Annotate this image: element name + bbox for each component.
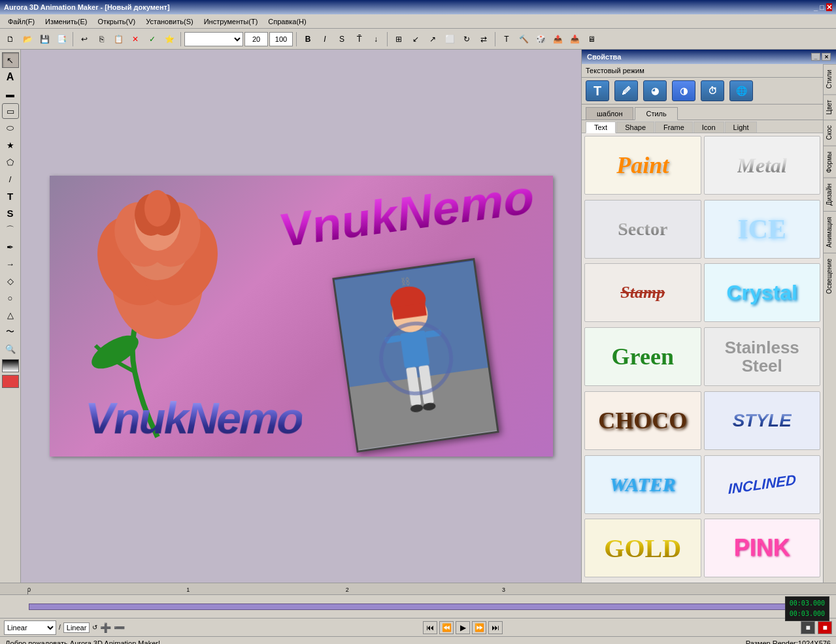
shape-tab[interactable]: Shape [616,121,654,133]
style-green[interactable]: Green [584,327,701,386]
style-style[interactable]: STYLE [704,391,821,450]
side-tab-design[interactable]: Дизайн [824,178,836,211]
maximize-btn[interactable]: □ [820,3,824,11]
style-crystal[interactable]: Crystal [704,263,821,322]
bold-btn[interactable]: B [300,31,316,47]
copy-btn[interactable]: ⎘ [93,31,109,47]
check-btn[interactable]: ✓ [144,31,160,47]
pen-tool[interactable]: ✒ [2,239,19,255]
box-btn[interactable]: ⬜ [442,31,458,47]
save-btn[interactable]: 💾 [37,31,52,47]
cube-btn[interactable]: 🎲 [533,31,548,47]
play-btn[interactable]: ▶ [456,621,470,634]
text-tab[interactable]: Text [586,121,616,133]
menu-tools[interactable]: Инструменты(T) [199,16,263,27]
paste-btn[interactable]: 📋 [110,31,126,47]
minimize-btn[interactable]: _ [814,3,818,11]
props-minimize-btn[interactable]: _ [811,53,820,61]
diamond-tool[interactable]: ◇ [2,273,19,289]
side-tab-lighting[interactable]: Освещение [824,253,836,299]
grid-btn[interactable]: ⊞ [391,31,407,47]
stop-btn[interactable]: ■ [818,621,832,634]
star-btn[interactable]: ⭐ [161,31,177,47]
rewind-btn[interactable]: ⏪ [439,621,454,634]
style-inclined[interactable]: INCLINED [704,455,821,514]
style-water[interactable]: WATER [584,455,701,514]
export2-btn[interactable]: 📤 [550,31,565,47]
wave-tool[interactable]: 〜 [2,324,19,340]
side-tab-shapes[interactable]: Формы [824,146,836,178]
side-tab-animation[interactable]: Анимация [824,211,836,253]
skip-forward-btn[interactable]: ⏭ [488,621,503,634]
mode-btn-4[interactable]: ◑ [672,80,695,101]
text-tool[interactable]: A [2,69,19,85]
canvas[interactable]: VnukNemo VnukNemo [50,176,553,457]
triangle-tool[interactable]: △ [2,307,19,323]
side-tab-color[interactable]: Цвет [824,94,836,120]
ellipse-tool[interactable]: ⬭ [2,120,19,136]
icon-tab[interactable]: Icon [694,121,724,133]
monitor-btn[interactable]: 🖥 [584,31,599,47]
style-stamp[interactable]: Stamp [584,263,701,322]
delete-btn[interactable]: ✕ [127,31,143,47]
color-gradient[interactable] [2,359,19,372]
color-swatch[interactable] [2,375,19,388]
circle-tool[interactable]: ○ [2,290,19,306]
record-btn[interactable]: ■ [801,621,815,634]
strike-btn[interactable]: S [334,31,350,47]
t-btn[interactable]: T [499,31,514,47]
close-btn[interactable]: ✕ [826,3,832,11]
arrow-tool[interactable]: → [2,256,19,272]
overline-btn[interactable]: T̄ [351,31,367,47]
save-as-btn[interactable]: 📑 [54,31,69,47]
interp-dropdown[interactable]: LinearEase InEase Out [4,620,56,635]
mode-btn-5[interactable]: ⏱ [701,80,724,101]
refresh-icon[interactable]: ↺ [92,624,97,631]
style-gold[interactable]: GOLD [584,519,701,577]
add-keyframe-btn[interactable]: ➕ [100,622,111,633]
italic-btn[interactable]: I [317,31,333,47]
style-paint[interactable]: Paint [584,136,701,195]
menu-file[interactable]: Файл(F) [3,16,40,27]
remove-keyframe-btn[interactable]: ➖ [114,622,125,633]
import-btn[interactable]: ↙ [408,31,424,47]
T-tool[interactable]: T [2,188,19,204]
side-tab-styles[interactable]: Стили [824,64,836,94]
style-main-tab[interactable]: Стиль [635,107,677,120]
style-stainless-steel[interactable]: StainlessSteel [704,327,821,386]
rounded-rect-tool[interactable]: ▭ [2,103,19,119]
menu-edit[interactable]: Изменить(Е) [40,16,92,27]
style-sector[interactable]: Sector [584,200,701,259]
slash-tool[interactable]: / [2,171,19,187]
zoom-tool[interactable]: 🔍 [2,341,19,357]
export-btn[interactable]: ↗ [425,31,441,47]
undo-btn[interactable]: ↩ [76,31,92,47]
font-scale-input[interactable] [269,32,293,46]
mode-btn-6[interactable]: 🌐 [729,80,753,101]
font-dropdown[interactable] [184,32,243,46]
S-tool[interactable]: S [2,205,19,221]
mode-btn-1[interactable]: T [586,80,609,101]
skip-back-btn[interactable]: ⏮ [423,621,437,634]
select-tool[interactable]: ↖ [2,52,19,68]
hammer-btn[interactable]: 🔨 [516,31,531,47]
mode-btn-2[interactable]: 🖉 [614,80,638,101]
menu-open[interactable]: Открыть(V) [92,16,141,27]
light-tab[interactable]: Light [725,121,758,133]
timeline-track[interactable]: 00:03.000 00:03.000 [0,595,836,618]
mode-btn-3[interactable]: ◕ [643,80,667,101]
frame-tab[interactable]: Frame [655,121,693,133]
import2-btn[interactable]: 📥 [567,31,582,47]
rect-tool[interactable]: ▬ [2,86,19,102]
props-close-btn[interactable]: ✕ [822,53,831,61]
canvas-area[interactable]: VnukNemo VnukNemo [21,50,581,583]
style-ice[interactable]: ICE [704,200,821,259]
template-tab[interactable]: шаблон [586,107,633,120]
style-choco[interactable]: CHOCO [584,391,701,450]
flip-btn[interactable]: ⇄ [476,31,492,47]
rotate-btn[interactable]: ↻ [459,31,475,47]
menu-help[interactable]: Справка(H) [263,16,311,27]
style-metal[interactable]: Metal [704,136,821,195]
menu-setup[interactable]: Установить(S) [141,16,198,27]
font-size-input[interactable] [244,32,268,46]
